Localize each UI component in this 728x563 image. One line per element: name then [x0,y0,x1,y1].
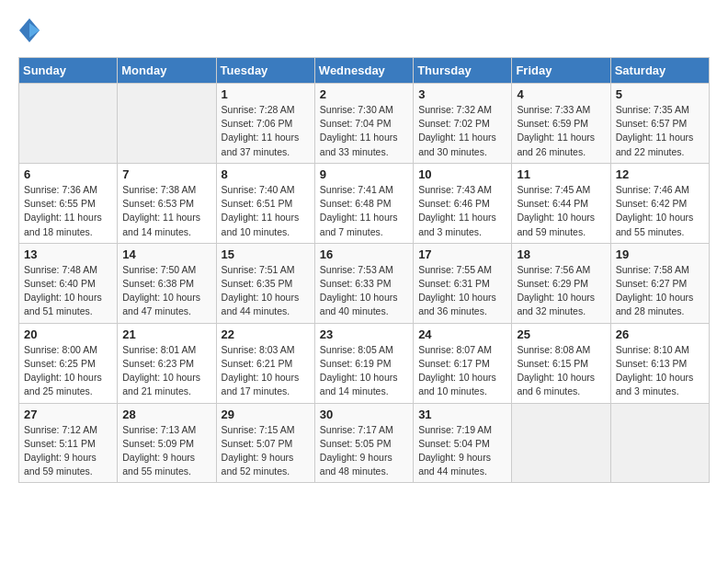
calendar-cell [118,84,216,164]
day-number: 16 [320,247,408,261]
cell-info: Sunrise: 7:48 AM Sunset: 6:40 PM Dayligh… [24,263,112,319]
cell-info: Sunrise: 7:55 AM Sunset: 6:31 PM Dayligh… [418,263,506,319]
calendar-cell: 21Sunrise: 8:01 AM Sunset: 6:23 PM Dayli… [118,323,216,403]
calendar-cell: 30Sunrise: 7:17 AM Sunset: 5:05 PM Dayli… [314,403,413,483]
cell-info: Sunrise: 7:43 AM Sunset: 6:46 PM Dayligh… [418,183,506,239]
col-header-thursday: Thursday [414,58,512,84]
day-number: 19 [616,247,704,261]
day-number: 7 [122,167,210,181]
cell-info: Sunrise: 7:12 AM Sunset: 5:11 PM Dayligh… [24,423,112,479]
cell-info: Sunrise: 7:33 AM Sunset: 6:59 PM Dayligh… [517,103,605,159]
day-number: 24 [418,327,506,341]
cell-info: Sunrise: 7:51 AM Sunset: 6:35 PM Dayligh… [222,263,310,319]
calendar-cell: 13Sunrise: 7:48 AM Sunset: 6:40 PM Dayli… [19,243,118,323]
calendar-cell: 25Sunrise: 8:08 AM Sunset: 6:15 PM Dayli… [512,323,610,403]
day-number: 17 [418,247,506,261]
day-number: 2 [320,87,408,101]
cell-info: Sunrise: 7:17 AM Sunset: 5:05 PM Dayligh… [320,423,408,479]
cell-info: Sunrise: 7:50 AM Sunset: 6:38 PM Dayligh… [122,263,210,319]
cell-info: Sunrise: 8:00 AM Sunset: 6:25 PM Dayligh… [24,343,112,399]
calendar-cell: 8Sunrise: 7:40 AM Sunset: 6:51 PM Daylig… [216,163,314,243]
day-number: 21 [122,327,210,341]
calendar-cell: 26Sunrise: 8:10 AM Sunset: 6:13 PM Dayli… [610,323,709,403]
day-number: 25 [517,327,605,341]
day-number: 30 [320,408,408,421]
col-header-tuesday: Tuesday [216,58,314,84]
cell-info: Sunrise: 8:07 AM Sunset: 6:17 PM Dayligh… [418,343,506,399]
calendar-cell: 1Sunrise: 7:28 AM Sunset: 7:06 PM Daylig… [216,84,314,164]
day-number: 10 [418,167,506,181]
col-header-wednesday: Wednesday [314,58,413,84]
calendar-cell: 12Sunrise: 7:46 AM Sunset: 6:42 PM Dayli… [610,163,709,243]
cell-info: Sunrise: 7:28 AM Sunset: 7:06 PM Dayligh… [222,103,310,159]
col-header-friday: Friday [512,58,610,84]
calendar-cell: 9Sunrise: 7:41 AM Sunset: 6:48 PM Daylig… [314,163,413,243]
logo-icon [19,18,40,42]
day-number: 9 [320,167,408,181]
cell-info: Sunrise: 7:53 AM Sunset: 6:33 PM Dayligh… [320,263,408,319]
day-number: 15 [222,247,310,261]
cell-info: Sunrise: 7:36 AM Sunset: 6:55 PM Dayligh… [24,183,112,239]
cell-info: Sunrise: 7:19 AM Sunset: 5:04 PM Dayligh… [418,423,506,479]
calendar-cell: 11Sunrise: 7:45 AM Sunset: 6:44 PM Dayli… [512,163,610,243]
calendar-cell: 29Sunrise: 7:15 AM Sunset: 5:07 PM Dayli… [216,403,314,483]
day-number: 26 [616,327,704,341]
calendar-cell [610,403,709,483]
calendar-cell [512,403,610,483]
day-number: 22 [222,327,310,341]
calendar-cell: 3Sunrise: 7:32 AM Sunset: 7:02 PM Daylig… [414,84,512,164]
cell-info: Sunrise: 8:08 AM Sunset: 6:15 PM Dayligh… [517,343,605,399]
calendar-cell: 22Sunrise: 8:03 AM Sunset: 6:21 PM Dayli… [216,323,314,403]
calendar-cell: 20Sunrise: 8:00 AM Sunset: 6:25 PM Dayli… [19,323,118,403]
day-number: 6 [24,167,112,181]
cell-info: Sunrise: 7:13 AM Sunset: 5:09 PM Dayligh… [122,423,210,479]
day-number: 5 [616,87,704,101]
col-header-sunday: Sunday [19,58,118,84]
day-number: 27 [24,408,112,421]
calendar-cell: 24Sunrise: 8:07 AM Sunset: 6:17 PM Dayli… [414,323,512,403]
logo [18,18,40,42]
calendar-cell: 31Sunrise: 7:19 AM Sunset: 5:04 PM Dayli… [414,403,512,483]
cell-info: Sunrise: 7:32 AM Sunset: 7:02 PM Dayligh… [418,103,506,159]
cell-info: Sunrise: 7:45 AM Sunset: 6:44 PM Dayligh… [517,183,605,239]
cell-info: Sunrise: 8:05 AM Sunset: 6:19 PM Dayligh… [320,343,408,399]
day-number: 29 [222,408,310,421]
day-number: 18 [517,247,605,261]
day-number: 4 [517,87,605,101]
day-number: 14 [122,247,210,261]
cell-info: Sunrise: 7:46 AM Sunset: 6:42 PM Dayligh… [616,183,704,239]
calendar-cell: 15Sunrise: 7:51 AM Sunset: 6:35 PM Dayli… [216,243,314,323]
calendar-cell: 23Sunrise: 8:05 AM Sunset: 6:19 PM Dayli… [314,323,413,403]
col-header-monday: Monday [118,58,216,84]
cell-info: Sunrise: 8:10 AM Sunset: 6:13 PM Dayligh… [616,343,704,399]
calendar-cell: 2Sunrise: 7:30 AM Sunset: 7:04 PM Daylig… [314,84,413,164]
cell-info: Sunrise: 7:30 AM Sunset: 7:04 PM Dayligh… [320,103,408,159]
calendar-cell: 16Sunrise: 7:53 AM Sunset: 6:33 PM Dayli… [314,243,413,323]
cell-info: Sunrise: 7:38 AM Sunset: 6:53 PM Dayligh… [122,183,210,239]
calendar-cell [19,84,118,164]
col-header-saturday: Saturday [610,58,709,84]
cell-info: Sunrise: 7:41 AM Sunset: 6:48 PM Dayligh… [320,183,408,239]
cell-info: Sunrise: 7:15 AM Sunset: 5:07 PM Dayligh… [222,423,310,479]
calendar-cell: 19Sunrise: 7:58 AM Sunset: 6:27 PM Dayli… [610,243,709,323]
day-number: 3 [418,87,506,101]
day-number: 1 [222,87,310,101]
cell-info: Sunrise: 7:40 AM Sunset: 6:51 PM Dayligh… [222,183,310,239]
cell-info: Sunrise: 7:35 AM Sunset: 6:57 PM Dayligh… [616,103,704,159]
cell-info: Sunrise: 8:03 AM Sunset: 6:21 PM Dayligh… [222,343,310,399]
calendar-cell: 7Sunrise: 7:38 AM Sunset: 6:53 PM Daylig… [118,163,216,243]
cell-info: Sunrise: 7:58 AM Sunset: 6:27 PM Dayligh… [616,263,704,319]
calendar-cell: 17Sunrise: 7:55 AM Sunset: 6:31 PM Dayli… [414,243,512,323]
day-number: 23 [320,327,408,341]
day-number: 8 [222,167,310,181]
calendar-cell: 27Sunrise: 7:12 AM Sunset: 5:11 PM Dayli… [19,403,118,483]
day-number: 12 [616,167,704,181]
day-number: 20 [24,327,112,341]
day-number: 31 [418,408,506,421]
calendar-cell: 28Sunrise: 7:13 AM Sunset: 5:09 PM Dayli… [118,403,216,483]
day-number: 28 [122,408,210,421]
calendar-cell: 4Sunrise: 7:33 AM Sunset: 6:59 PM Daylig… [512,84,610,164]
day-number: 11 [517,167,605,181]
calendar-cell: 18Sunrise: 7:56 AM Sunset: 6:29 PM Dayli… [512,243,610,323]
calendar-cell: 14Sunrise: 7:50 AM Sunset: 6:38 PM Dayli… [118,243,216,323]
